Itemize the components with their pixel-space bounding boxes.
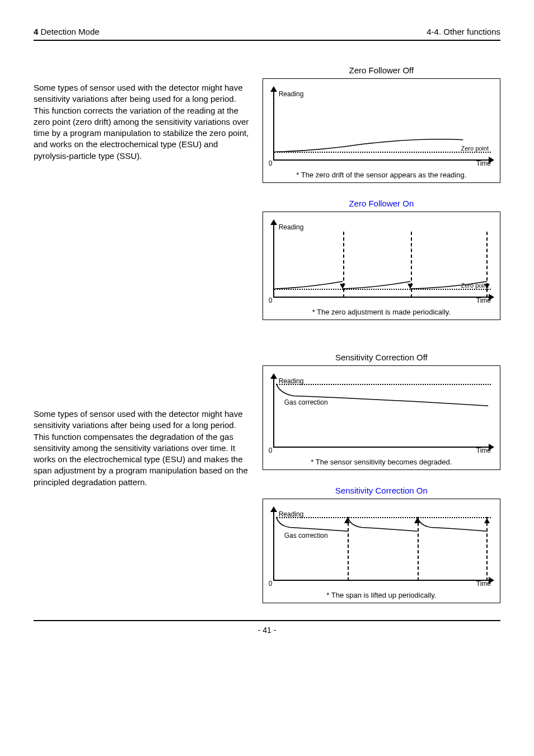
section-zero-follower: Some types of sensor used with the detec…: [34, 65, 500, 336]
header-right: 4-4. Other functions: [427, 27, 500, 36]
chart-title-zfo: Zero Follower Off: [263, 65, 500, 75]
chart-box-zfon: Reading Time 0 Zero point: [263, 212, 500, 320]
chart-caption-sco: * The sensor sensitivity becomes degrade…: [269, 458, 494, 466]
curve-scon: [269, 505, 494, 588]
diagram-col-sensitivity: Sensitivity Correction Off Reading Time …: [263, 353, 500, 603]
curve-zfo: [269, 84, 494, 167]
chart-title-zfon: Zero Follower On: [263, 199, 500, 208]
diagram-col-zero-follower: Zero Follower Off Reading Time 0 Zero po…: [263, 65, 500, 336]
chapter-title: Detection Mode: [38, 27, 99, 36]
page-header: 4 Detection Mode 4-4. Other functions: [34, 27, 500, 36]
chart-box-scon: Reading Time 0 Gas correction: [263, 499, 500, 603]
content: Some types of sensor used with the detec…: [34, 65, 500, 603]
page: 4 Detection Mode 4-4. Other functions So…: [0, 0, 534, 651]
chart-title-sco: Sensitivity Correction Off: [263, 353, 500, 362]
chart-box-zfo: Reading Time 0 Zero point * The zero dri…: [263, 78, 500, 183]
chart-scon: Reading Time 0 Gas correction: [269, 505, 494, 588]
header-divider: [34, 40, 500, 41]
header-left: 4 Detection Mode: [34, 27, 100, 36]
paragraph-zero-follower: Some types of sensor used with the detec…: [34, 65, 263, 162]
chart-caption-zfo: * The zero drift of the sensor appears a…: [269, 171, 494, 179]
chart-zfon: Reading Time 0 Zero point: [269, 218, 494, 304]
footer-divider: [34, 620, 500, 621]
paragraph-sensitivity-correction: Some types of sensor used with the detec…: [34, 353, 263, 488]
chart-title-scon: Sensitivity Correction On: [263, 486, 500, 495]
chart-caption-scon: * The span is lifted up periodically.: [269, 591, 494, 599]
curve-sco: [269, 372, 494, 454]
chart-sco: Reading Time 0 Gas correction: [269, 372, 494, 454]
section-sensitivity-correction: Some types of sensor used with the detec…: [34, 353, 500, 603]
chart-box-sco: Reading Time 0 Gas correction * The sens…: [263, 365, 500, 470]
chart-caption-zfon: * The zero adjustment is made periodical…: [269, 308, 494, 316]
chart-zfo: Reading Time 0 Zero point: [269, 84, 494, 167]
page-number: - 41 -: [34, 626, 500, 635]
curve-zfon: [269, 218, 494, 304]
